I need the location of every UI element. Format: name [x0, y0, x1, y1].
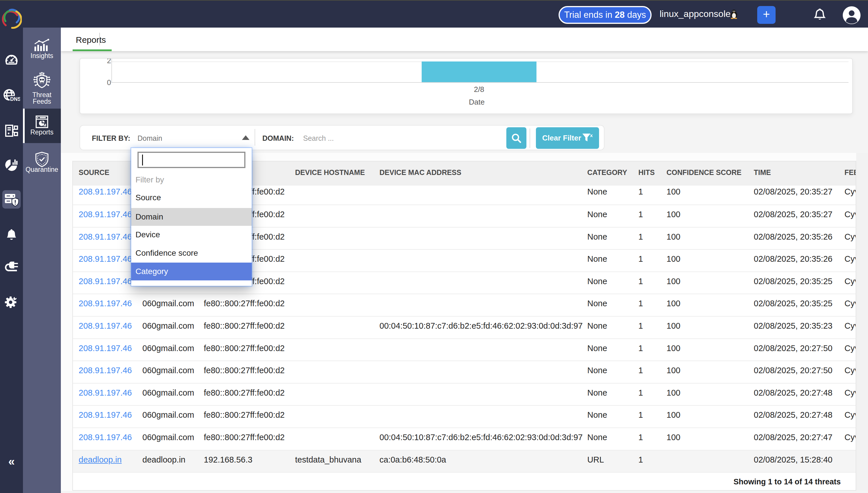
- svg-text:x: x: [590, 133, 593, 138]
- svg-text:DNS: DNS: [10, 96, 20, 102]
